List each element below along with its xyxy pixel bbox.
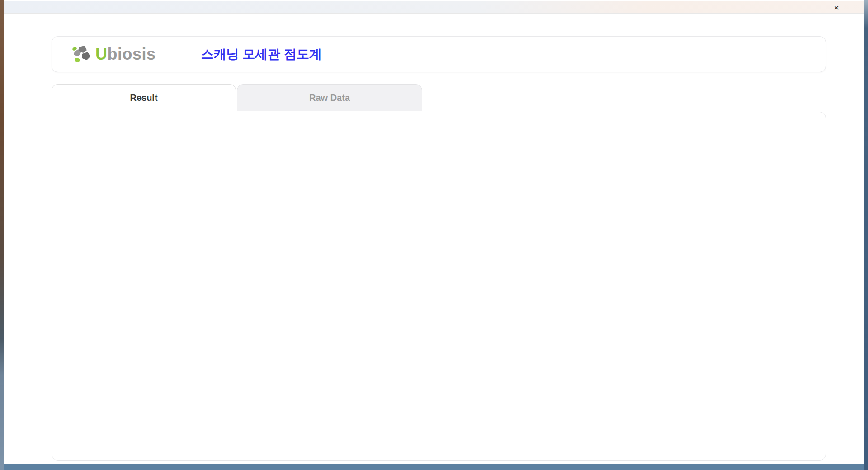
brand-logo: Ubiosis bbox=[71, 45, 156, 64]
tab-result[interactable]: Result bbox=[52, 84, 236, 112]
pebbles-logo-icon bbox=[71, 45, 93, 64]
desktop-background-right bbox=[864, 0, 868, 470]
header-card: Ubiosis 스캐닝 모세관 점도계 bbox=[52, 36, 826, 72]
result-tab-panel bbox=[52, 112, 826, 461]
close-button[interactable]: × bbox=[830, 2, 842, 13]
app-window: × Ubiosis 스캐닝 모세관 점도계 Result Raw Data bbox=[4, 0, 864, 464]
desktop-background-bottom bbox=[4, 464, 864, 470]
brand-u: U bbox=[95, 45, 108, 63]
brand-text: Ubiosis bbox=[95, 45, 156, 64]
tab-raw-data[interactable]: Raw Data bbox=[237, 84, 422, 111]
brand-rest: biosis bbox=[108, 45, 156, 63]
desktop-background-left bbox=[0, 0, 4, 470]
app-title-korean: 스캐닝 모세관 점도계 bbox=[201, 46, 322, 63]
title-bar: × bbox=[4, 1, 864, 14]
